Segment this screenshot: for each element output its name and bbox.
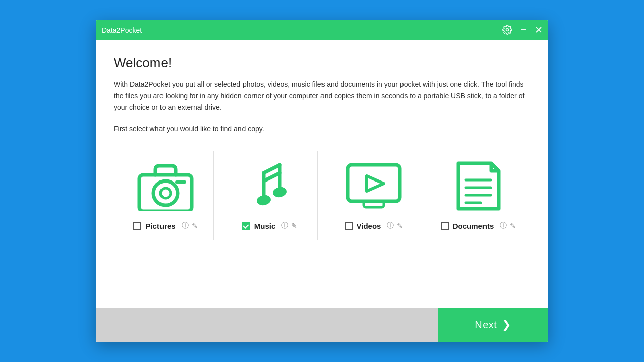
- videos-label: Videos: [357, 222, 381, 230]
- pictures-label-row: Pictures ⓘ ✎: [133, 221, 197, 230]
- music-info-icon[interactable]: ⓘ: [281, 221, 288, 230]
- svg-rect-14: [348, 165, 400, 201]
- documents-info-icon[interactable]: ⓘ: [500, 221, 507, 230]
- svg-rect-16: [364, 201, 384, 207]
- welcome-description: With Data2Pocket you put all or selected…: [114, 79, 530, 113]
- svg-point-0: [506, 28, 509, 31]
- pictures-label: Pictures: [145, 222, 175, 230]
- next-label: Next: [475, 319, 497, 331]
- app-title: Data2Pocket: [102, 26, 502, 34]
- titlebar: Data2Pocket: [96, 20, 548, 40]
- videos-icon: [344, 161, 404, 211]
- music-actions: ⓘ ✎: [281, 221, 297, 230]
- videos-label-row: Videos ⓘ ✎: [345, 221, 404, 230]
- videos-edit-icon[interactable]: ✎: [397, 222, 403, 230]
- option-card-music[interactable]: Music ⓘ ✎: [222, 151, 318, 240]
- option-card-pictures[interactable]: Pictures ⓘ ✎: [118, 151, 214, 240]
- welcome-title: Welcome!: [114, 55, 530, 71]
- svg-line-11: [264, 173, 280, 181]
- documents-edit-icon[interactable]: ✎: [510, 222, 516, 230]
- main-content: Welcome! With Data2Pocket you put all or…: [96, 40, 548, 308]
- svg-point-6: [160, 188, 171, 198]
- documents-label: Documents: [453, 222, 494, 230]
- next-button[interactable]: Next ❯: [438, 308, 548, 342]
- option-card-videos[interactable]: Videos ⓘ ✎: [327, 151, 422, 240]
- videos-actions: ⓘ ✎: [387, 221, 403, 230]
- svg-marker-15: [367, 176, 384, 191]
- svg-point-12: [272, 186, 287, 199]
- documents-label-row: Documents ⓘ ✎: [441, 221, 516, 230]
- svg-point-13: [256, 194, 271, 207]
- svg-line-10: [264, 165, 280, 173]
- settings-icon[interactable]: [502, 25, 512, 36]
- next-chevron-icon: ❯: [502, 318, 511, 331]
- music-label: Music: [254, 222, 276, 230]
- option-card-documents[interactable]: Documents ⓘ ✎: [431, 151, 526, 240]
- minimize-icon[interactable]: [520, 26, 527, 35]
- close-icon[interactable]: [535, 26, 542, 35]
- pictures-info-icon[interactable]: ⓘ: [182, 221, 189, 230]
- documents-actions: ⓘ ✎: [500, 221, 516, 230]
- svg-point-5: [153, 181, 178, 205]
- documents-checkbox[interactable]: [441, 222, 449, 230]
- titlebar-controls: [502, 25, 542, 36]
- videos-info-icon[interactable]: ⓘ: [387, 221, 394, 230]
- music-label-row: Music ⓘ ✎: [242, 221, 298, 230]
- music-icon: [239, 161, 300, 211]
- pictures-actions: ⓘ ✎: [182, 221, 198, 230]
- pictures-checkbox[interactable]: [133, 222, 141, 230]
- pictures-icon: [135, 161, 196, 211]
- app-window: Data2Pocket: [96, 20, 548, 342]
- footer: Next ❯: [96, 308, 548, 342]
- select-label: First select what you would like to find…: [114, 125, 530, 133]
- videos-checkbox[interactable]: [345, 222, 353, 230]
- pictures-edit-icon[interactable]: ✎: [192, 222, 198, 230]
- options-row: Pictures ⓘ ✎: [114, 151, 530, 240]
- documents-icon: [448, 161, 509, 211]
- music-edit-icon[interactable]: ✎: [291, 222, 297, 230]
- music-checkbox[interactable]: [242, 222, 250, 230]
